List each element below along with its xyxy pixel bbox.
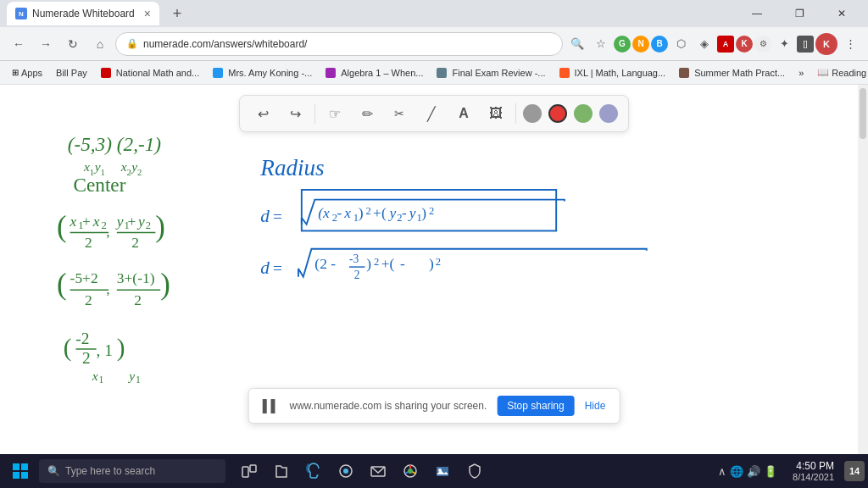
start-button[interactable] — [3, 454, 37, 488]
ext4-icon[interactable]: ⬡ — [670, 33, 692, 55]
text-tool[interactable]: A — [451, 101, 476, 126]
lock-icon: 🔒 — [126, 38, 138, 49]
color-red[interactable] — [548, 104, 567, 123]
taskbar-files-icon[interactable] — [266, 456, 297, 486]
ext5-icon[interactable]: ◈ — [693, 33, 715, 55]
browser-tab[interactable]: N Numerade Whiteboard × — [7, 2, 159, 25]
image-tool[interactable]: 🖼 — [483, 101, 509, 126]
profile-avatar[interactable]: K — [815, 33, 837, 55]
back-button[interactable]: ← — [7, 32, 31, 56]
taskbar: 🔍 Type here to search — [0, 454, 868, 488]
ext9-icon[interactable]: [] — [797, 36, 814, 53]
svg-text:2: 2 — [126, 168, 131, 177]
title-bar: N Numerade Whiteboard × + — ❐ ✕ — [0, 0, 868, 27]
search-icon[interactable]: 🔍 — [566, 33, 588, 55]
color-gray[interactable] — [523, 104, 542, 123]
bookmark-final-exam[interactable]: Final Exam Review -... — [431, 66, 550, 80]
svg-text:): ) — [117, 334, 125, 362]
taskbar-edge-icon[interactable] — [298, 456, 329, 486]
clock-date: 8/14/2021 — [793, 472, 834, 482]
svg-text:): ) — [421, 204, 426, 221]
select-tool[interactable]: ☞ — [322, 101, 348, 126]
svg-text:d: d — [260, 258, 270, 278]
bookmark-billpay[interactable]: Bill Pay — [51, 66, 92, 80]
svg-text:y: y — [115, 213, 124, 230]
battery-icon[interactable]: 🔋 — [764, 465, 777, 478]
svg-text:x: x — [92, 213, 100, 230]
bookmark-summer-math[interactable]: Summer Math Pract... — [674, 66, 790, 80]
svg-text:(: ( — [57, 210, 67, 243]
pencil-tool[interactable]: ✏ — [354, 101, 380, 126]
ext3-icon[interactable]: B — [651, 36, 668, 53]
url-bar[interactable]: 🔒 numerade.com/answers/whiteboard/ — [115, 32, 563, 56]
stop-sharing-button[interactable]: Stop sharing — [497, 396, 574, 416]
acrobat-icon[interactable]: A — [717, 36, 734, 53]
close-button[interactable]: ✕ — [822, 0, 861, 27]
svg-text:,  1: , 1 — [97, 341, 113, 359]
hide-button[interactable]: Hide — [585, 400, 606, 412]
svg-text:y: y — [127, 369, 135, 383]
bookmark-ixl[interactable]: IXL | Math, Languag... — [554, 66, 671, 80]
svg-text:-5+2: -5+2 — [70, 269, 98, 286]
forward-button[interactable]: → — [34, 32, 58, 56]
window-controls: — ❐ ✕ — [737, 0, 861, 27]
ext7-icon[interactable]: ⚙ — [754, 36, 771, 53]
sharing-screen-icon: ▌▌ — [263, 399, 280, 413]
network-icon[interactable]: 🌐 — [730, 465, 743, 478]
svg-text:x: x — [83, 159, 90, 174]
svg-text:y: y — [130, 159, 137, 174]
svg-text:2: 2 — [354, 269, 360, 281]
svg-text:-: - — [400, 255, 405, 272]
taskbar-mail-icon[interactable] — [363, 456, 393, 486]
maximize-button[interactable]: ❐ — [780, 0, 819, 27]
svg-text:(x: (x — [318, 204, 330, 221]
bookmark-national-math[interactable]: National Math and... — [96, 66, 204, 80]
color-purple[interactable] — [599, 104, 618, 123]
svg-text:x: x — [70, 213, 77, 230]
bookmarks-bar: ⊞ Apps Bill Pay National Math and... Mrs… — [0, 61, 868, 85]
color-green[interactable] — [574, 104, 593, 123]
bookmark-algebra[interactable]: Algebra 1 – When... — [320, 66, 428, 80]
svg-text:): ) — [366, 255, 371, 272]
svg-text:2: 2 — [436, 256, 441, 268]
scrollbar[interactable] — [858, 85, 868, 454]
notifications-badge[interactable]: 14 — [844, 461, 865, 481]
scrollbar-thumb[interactable] — [860, 88, 866, 139]
ext2-icon[interactable]: N — [632, 36, 649, 53]
ext6-icon[interactable]: K — [736, 36, 753, 53]
refresh-button[interactable]: ↻ — [61, 32, 85, 56]
taskbar-multitasking-icon[interactable] — [234, 456, 264, 486]
taskbar-cortana-icon[interactable] — [331, 456, 361, 486]
taskbar-search-box[interactable]: 🔍 Type here to search — [39, 459, 225, 483]
tab-close-icon[interactable]: × — [144, 7, 151, 20]
redo-button[interactable]: ↪ — [282, 101, 308, 126]
svg-text:-2: -2 — [75, 330, 89, 347]
taskbar-chrome-icon[interactable] — [395, 456, 426, 486]
bookmark-apps[interactable]: ⊞ Apps — [7, 66, 47, 80]
svg-text:2: 2 — [365, 205, 370, 217]
line-tool[interactable]: ╱ — [419, 101, 444, 126]
bookmark-more[interactable]: » — [793, 66, 809, 80]
undo-button[interactable]: ↩ — [250, 101, 275, 126]
sharing-message: www.numerade.com is sharing your screen. — [290, 400, 487, 412]
bookmark-reading-list[interactable]: 📖 Reading list — [812, 65, 868, 80]
new-tab-button[interactable]: + — [166, 3, 188, 25]
volume-icon[interactable]: 🔊 — [747, 465, 760, 478]
home-button[interactable]: ⌂ — [88, 32, 112, 56]
svg-text:Center: Center — [73, 174, 125, 196]
svg-rect-81 — [13, 472, 19, 479]
system-clock[interactable]: 4:50 PM 8/14/2021 — [786, 460, 841, 482]
taskbar-photos-icon[interactable] — [427, 456, 458, 486]
eraser-tool[interactable]: ✂ — [387, 101, 412, 126]
taskbar-security-icon[interactable] — [459, 456, 490, 486]
svg-text:1: 1 — [99, 374, 104, 385]
ext8-icon[interactable]: ✦ — [773, 33, 795, 55]
chevron-up-icon[interactable]: ∧ — [718, 465, 726, 478]
star-icon[interactable]: ☆ — [590, 33, 612, 55]
minimize-button[interactable]: — — [737, 0, 776, 27]
ext1-icon[interactable]: G — [614, 36, 631, 53]
svg-text:+: + — [127, 213, 136, 230]
bookmark-amy-koning[interactable]: Mrs. Amy Koning -... — [208, 66, 317, 80]
svg-text:(2 -: (2 - — [314, 255, 336, 272]
menu-icon[interactable]: ⋮ — [839, 33, 861, 55]
